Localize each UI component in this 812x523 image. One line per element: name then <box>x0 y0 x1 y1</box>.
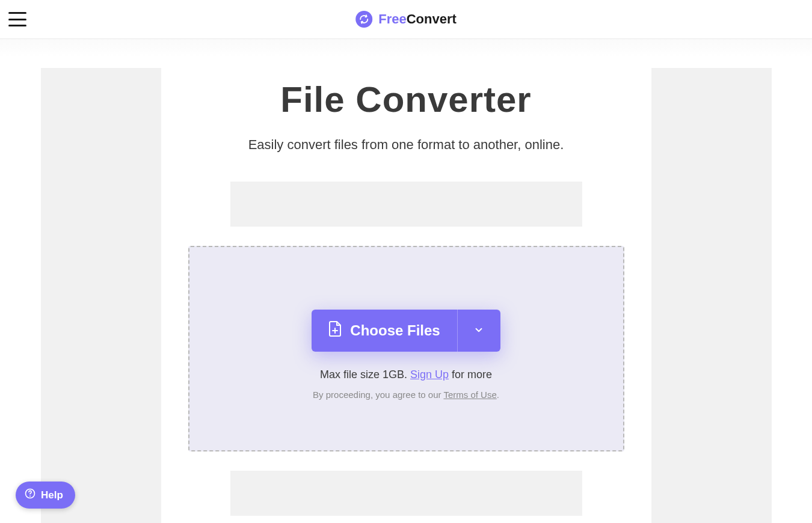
help-icon <box>24 488 36 503</box>
logo-icon <box>355 11 372 28</box>
container: File Converter Easily convert files from… <box>41 68 772 523</box>
bottom-ad-placeholder <box>230 471 582 516</box>
terms-prefix: By proceeding, you agree to our <box>313 390 443 400</box>
terms-link[interactable]: Terms of Use <box>443 390 496 400</box>
logo[interactable]: FreeConvert <box>355 11 457 28</box>
page-title: File Converter <box>188 79 624 120</box>
max-file-prefix: Max file size 1GB. <box>320 369 410 381</box>
page-body: File Converter Easily convert files from… <box>0 39 812 523</box>
logo-text-free: Free <box>378 11 406 26</box>
max-file-info: Max file size 1GB. Sign Up for more <box>320 369 492 381</box>
chevron-down-icon <box>473 325 484 337</box>
terms-info: By proceeding, you agree to our Terms of… <box>313 390 499 400</box>
svg-point-1 <box>29 495 31 497</box>
logo-text: FreeConvert <box>378 11 457 27</box>
max-file-suffix: for more <box>449 369 492 381</box>
main-content: File Converter Easily convert files from… <box>188 68 624 523</box>
choose-files-dropdown-button[interactable] <box>457 310 500 352</box>
terms-suffix: . <box>497 390 499 400</box>
signup-link[interactable]: Sign Up <box>410 369 449 381</box>
hamburger-menu-icon[interactable] <box>8 12 26 26</box>
choose-files-label: Choose Files <box>350 322 440 339</box>
help-button[interactable]: Help <box>16 482 75 509</box>
file-add-icon <box>328 320 343 341</box>
choose-files-button[interactable]: Choose Files <box>312 310 457 352</box>
header: FreeConvert <box>0 0 812 39</box>
left-ad-placeholder <box>41 68 161 523</box>
page-subtitle: Easily convert files from one format to … <box>188 137 624 153</box>
logo-text-convert: Convert <box>407 11 457 26</box>
help-label: Help <box>41 489 63 501</box>
top-ad-placeholder <box>230 182 582 227</box>
choose-files-button-group: Choose Files <box>312 310 500 352</box>
file-dropzone[interactable]: Choose Files Max file size 1GB. Sign Up … <box>188 246 624 451</box>
right-ad-placeholder <box>651 68 772 523</box>
